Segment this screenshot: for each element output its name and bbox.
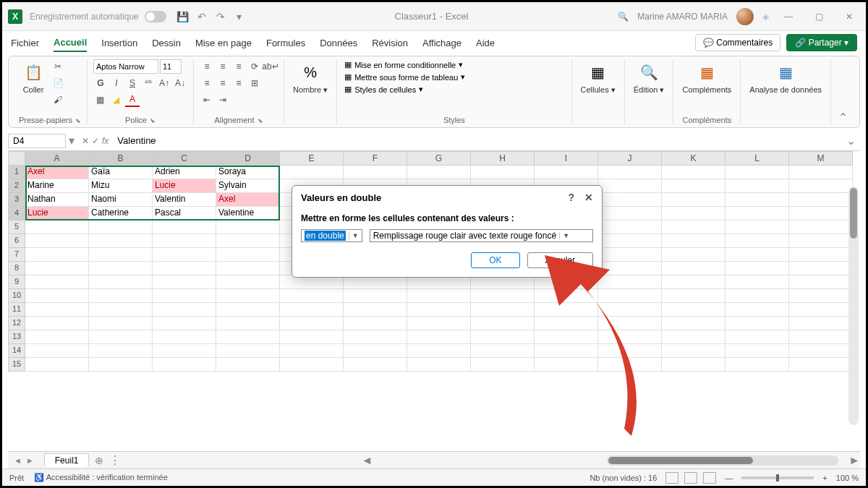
editing-button[interactable]: 🔍Édition ▾ [631, 59, 668, 95]
cell[interactable] [535, 303, 598, 317]
column-header[interactable]: B [89, 151, 153, 166]
strike-button[interactable]: ᵃᵇ [141, 76, 156, 90]
cell[interactable]: Valentin [153, 193, 216, 207]
cell[interactable] [407, 166, 471, 179]
bold-button[interactable]: G [93, 76, 108, 90]
cell[interactable]: Pascal [153, 207, 216, 221]
cell[interactable] [598, 221, 662, 234]
cell[interactable] [726, 344, 789, 358]
cell[interactable] [662, 221, 726, 234]
name-box-dropdown-icon[interactable]: ▾ [69, 134, 75, 147]
cell[interactable] [344, 303, 407, 317]
cell[interactable] [216, 275, 280, 289]
cell[interactable] [153, 303, 216, 317]
cell[interactable] [216, 358, 280, 372]
fx-icon[interactable]: fx [102, 136, 109, 146]
cell[interactable] [89, 275, 153, 289]
cell[interactable] [789, 317, 853, 330]
shrink-font-button[interactable]: A↓ [173, 76, 187, 90]
qat-dropdown-icon[interactable]: ▾ [234, 11, 245, 22]
accept-formula-icon[interactable]: ✓ [92, 136, 99, 146]
cell[interactable]: Mizu [89, 179, 153, 193]
cell[interactable] [598, 166, 662, 179]
horizontal-scrollbar[interactable] [607, 455, 838, 466]
cell[interactable] [726, 317, 789, 330]
tab-accueil[interactable]: Accueil [54, 34, 87, 52]
cell[interactable] [789, 221, 853, 234]
tab-fichier[interactable]: Fichier [11, 35, 39, 51]
cell[interactable] [344, 358, 407, 372]
cell[interactable] [25, 262, 89, 275]
cell[interactable] [89, 262, 153, 275]
formula-input[interactable] [113, 134, 842, 147]
cell[interactable] [153, 262, 216, 275]
cell[interactable] [280, 303, 344, 317]
cell[interactable] [344, 166, 407, 179]
cell[interactable] [25, 358, 89, 372]
vscroll-thumb[interactable] [850, 188, 857, 239]
format-painter-icon[interactable]: 🖌 [51, 93, 65, 107]
cell[interactable] [216, 234, 280, 248]
cell[interactable] [789, 344, 853, 358]
cell[interactable] [726, 289, 789, 303]
font-name-combo[interactable] [93, 59, 158, 74]
page-break-view-button[interactable] [703, 472, 716, 484]
zoom-in-button[interactable]: + [822, 474, 827, 482]
cell[interactable] [726, 234, 789, 248]
column-header[interactable]: H [471, 151, 535, 166]
tab-donnees[interactable]: Données [320, 35, 357, 51]
cell[interactable] [471, 330, 535, 344]
cell[interactable] [662, 289, 726, 303]
zoom-out-button[interactable]: — [725, 474, 733, 482]
row-header[interactable]: 8 [8, 262, 25, 275]
column-header[interactable]: M [789, 151, 853, 166]
alignment-dialog-launcher[interactable]: ⬊ [258, 117, 263, 124]
row-header[interactable]: 10 [8, 289, 25, 303]
column-header[interactable]: L [726, 151, 789, 166]
cell[interactable] [407, 330, 471, 344]
cell[interactable] [25, 344, 89, 358]
cell[interactable] [153, 248, 216, 262]
cell[interactable] [535, 358, 598, 372]
row-header[interactable]: 13 [8, 330, 25, 344]
row-header[interactable]: 12 [8, 317, 25, 330]
add-sheet-button[interactable]: ⊕ [95, 455, 103, 466]
name-box[interactable] [8, 134, 66, 148]
normal-view-button[interactable] [665, 472, 678, 484]
cell[interactable] [216, 262, 280, 275]
tab-aide[interactable]: Aide [476, 35, 495, 51]
cell[interactable] [407, 317, 471, 330]
cell[interactable] [25, 248, 89, 262]
cell[interactable] [25, 275, 89, 289]
cell[interactable] [25, 330, 89, 344]
format-style-combo[interactable]: Remplissage rouge clair avec texte rouge… [370, 229, 593, 242]
row-header[interactable]: 3 [8, 193, 25, 207]
cell[interactable] [662, 166, 726, 179]
cell[interactable] [789, 289, 853, 303]
cell[interactable]: Valentine [216, 207, 280, 221]
row-header[interactable]: 14 [8, 344, 25, 358]
cell[interactable] [789, 275, 853, 289]
cell[interactable] [789, 179, 853, 193]
cell[interactable]: Lucie [153, 179, 216, 193]
dialog-close-button[interactable]: ✕ [584, 192, 593, 203]
cell[interactable] [153, 344, 216, 358]
cell[interactable] [726, 193, 789, 207]
cell[interactable] [216, 330, 280, 344]
wrap-text-icon[interactable]: ab↵ [263, 59, 278, 74]
cell[interactable] [216, 344, 280, 358]
maximize-button[interactable]: ▢ [808, 6, 830, 27]
cell[interactable] [25, 234, 89, 248]
comments-button[interactable]: 💬 Commentaires [695, 34, 780, 51]
hscroll-left[interactable]: ◄ [361, 454, 373, 467]
cell[interactable] [153, 289, 216, 303]
cell[interactable] [726, 248, 789, 262]
cell[interactable] [280, 330, 344, 344]
cell[interactable] [280, 317, 344, 330]
cell[interactable] [89, 248, 153, 262]
cell[interactable] [598, 330, 662, 344]
cell[interactable] [25, 317, 89, 330]
cell[interactable] [89, 234, 153, 248]
cell[interactable] [726, 358, 789, 372]
font-dialog-launcher[interactable]: ⬊ [150, 117, 156, 124]
